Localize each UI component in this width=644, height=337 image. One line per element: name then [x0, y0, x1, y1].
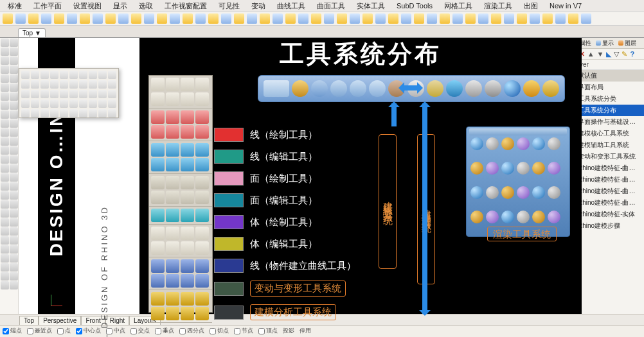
- flyout-tool-icon[interactable]: [50, 80, 58, 89]
- flyout-tool-icon[interactable]: [50, 109, 58, 117]
- flyout-tool-icon[interactable]: [31, 71, 39, 79]
- left-tool-icon[interactable]: [1, 182, 9, 191]
- panel-tab[interactable]: 显示: [594, 39, 616, 48]
- flyout-tool-icon[interactable]: [31, 90, 39, 98]
- flyout-tool-icon[interactable]: [31, 80, 39, 89]
- osnap-checkbox[interactable]: [210, 328, 216, 334]
- toolbar-icon[interactable]: [131, 13, 141, 24]
- flyout-tool-icon[interactable]: [79, 90, 87, 98]
- toolbar-icon[interactable]: [427, 13, 437, 24]
- osnap-checkbox[interactable]: [179, 328, 186, 334]
- up-icon[interactable]: ▲: [587, 50, 595, 58]
- left-tool-icon[interactable]: [1, 56, 9, 65]
- toolbar-icon[interactable]: [414, 13, 424, 24]
- toolbar-icon[interactable]: [28, 13, 39, 24]
- down-icon[interactable]: ▼: [597, 50, 604, 58]
- toolbar-icon[interactable]: [247, 13, 257, 24]
- toolbar-icon[interactable]: [452, 13, 463, 24]
- toolbar-icon[interactable]: [542, 13, 553, 24]
- left-tool-icon[interactable]: [1, 245, 9, 254]
- left-tool-icon[interactable]: [10, 227, 18, 236]
- flyout-tool-icon[interactable]: [108, 80, 116, 89]
- toolbar-icon[interactable]: [170, 13, 180, 24]
- toolbar-icon[interactable]: [504, 13, 514, 24]
- left-tool-icon[interactable]: [1, 65, 9, 74]
- viewport-tab[interactable]: Perspective: [39, 316, 81, 325]
- flyout-tool-icon[interactable]: [31, 109, 39, 117]
- osnap-checkbox[interactable]: [57, 328, 64, 334]
- flyout-tool-icon[interactable]: [108, 90, 116, 98]
- filter-icon[interactable]: ◣: [606, 50, 611, 58]
- flyout-tool-icon[interactable]: [31, 99, 39, 108]
- osnap-checkbox[interactable]: [76, 328, 82, 334]
- flyout-tool-icon[interactable]: [98, 71, 107, 79]
- left-tool-icon[interactable]: [10, 48, 18, 56]
- toolbar-icon[interactable]: [80, 13, 90, 24]
- menu-item[interactable]: 设置视图: [68, 1, 107, 11]
- toolbar-icon[interactable]: [41, 13, 51, 24]
- left-tool-icon[interactable]: [1, 218, 9, 227]
- toolbar-icon[interactable]: [144, 13, 154, 24]
- left-tool-icon[interactable]: [10, 128, 18, 137]
- left-tool-icon[interactable]: [1, 227, 9, 236]
- left-tool-icon[interactable]: [10, 155, 18, 164]
- flyout-tool-icon[interactable]: [98, 80, 107, 89]
- left-tool-icon[interactable]: [10, 164, 18, 173]
- left-tool-icon[interactable]: [10, 65, 18, 74]
- left-tool-icon[interactable]: [10, 245, 18, 254]
- left-tool-icon[interactable]: [1, 173, 9, 182]
- flyout-tool-icon[interactable]: [40, 90, 49, 98]
- flyout-tool-icon[interactable]: [21, 90, 30, 98]
- flyout-tool-icon[interactable]: [89, 80, 97, 89]
- flyout-tool-icon[interactable]: [69, 71, 78, 79]
- left-tool-icon[interactable]: [10, 173, 18, 182]
- left-tool-icon[interactable]: [10, 263, 18, 272]
- left-tool-icon[interactable]: [1, 191, 9, 200]
- toolbar-icon[interactable]: [105, 13, 116, 24]
- toolbar-icon[interactable]: [195, 13, 206, 24]
- toolbar-icon[interactable]: [183, 13, 193, 24]
- toolbar-icon[interactable]: [517, 13, 527, 24]
- left-tool-icon[interactable]: [10, 209, 18, 218]
- flyout-tool-icon[interactable]: [98, 90, 107, 98]
- menu-item[interactable]: 曲线工具: [272, 1, 310, 11]
- flyout-tool-icon[interactable]: [89, 90, 97, 98]
- flyout-tool-icon[interactable]: [60, 80, 68, 89]
- menu-item[interactable]: 变动: [246, 1, 271, 11]
- flyout-tool-icon[interactable]: [50, 71, 58, 79]
- left-tool-icon[interactable]: [1, 101, 9, 110]
- osnap-checkbox[interactable]: [155, 328, 161, 334]
- left-tool-icon[interactable]: [1, 155, 9, 164]
- left-tool-icon[interactable]: [1, 119, 9, 128]
- toolbar-icon[interactable]: [491, 13, 501, 24]
- menu-item[interactable]: SubD Tools: [391, 2, 438, 10]
- left-tool-icon[interactable]: [1, 146, 9, 155]
- flyout-tool-icon[interactable]: [98, 109, 107, 117]
- left-tool-icon[interactable]: [10, 101, 18, 110]
- left-tool-icon[interactable]: [10, 281, 18, 289]
- toolbar-icon[interactable]: [311, 13, 321, 24]
- toolbar-icon[interactable]: [350, 13, 360, 24]
- osnap-checkbox[interactable]: [258, 328, 265, 334]
- toolbar-icon[interactable]: [401, 13, 411, 24]
- menu-item[interactable]: 曲面工具: [312, 1, 350, 11]
- flyout-tool-icon[interactable]: [40, 71, 49, 79]
- toolbar-icon[interactable]: [234, 13, 244, 24]
- flyout-tool-icon[interactable]: [40, 99, 49, 108]
- toolbar-icon[interactable]: [530, 13, 540, 24]
- toolbar-icon[interactable]: [260, 13, 270, 24]
- menu-item[interactable]: New in V7: [544, 2, 587, 10]
- toolbar-icon[interactable]: [15, 13, 26, 24]
- toolbar-icon[interactable]: [221, 13, 231, 24]
- toolbar-icon[interactable]: [285, 13, 296, 24]
- toolbar-icon[interactable]: [324, 13, 334, 24]
- flyout-tool-icon[interactable]: [21, 80, 30, 89]
- flyout-tool-icon[interactable]: [89, 109, 97, 117]
- osnap-toggle[interactable]: 投影: [283, 327, 294, 335]
- flyout-tool-icon[interactable]: [60, 71, 68, 79]
- left-tool-icon[interactable]: [10, 83, 18, 92]
- toolbar-icon[interactable]: [555, 13, 566, 24]
- left-tool-icon[interactable]: [1, 164, 9, 173]
- osnap-checkbox[interactable]: [3, 328, 9, 334]
- left-tool-icon[interactable]: [1, 83, 9, 92]
